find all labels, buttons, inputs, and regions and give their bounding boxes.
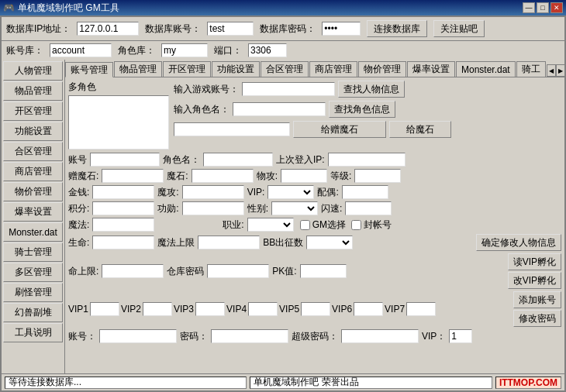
role-lib-input[interactable]: [161, 43, 208, 57]
tab-item[interactable]: 物品管理: [114, 61, 162, 77]
close-tieba-button[interactable]: 关注贴吧: [433, 20, 485, 37]
watermark-text: ITTMOP.COM: [499, 377, 557, 388]
bottom-account-input[interactable]: [99, 329, 177, 343]
hp-label: 生命:: [68, 236, 89, 249]
status-watermark: ITTMOP.COM: [495, 377, 561, 389]
give-stone-button[interactable]: 给魔石: [389, 121, 451, 138]
maximize-button[interactable]: □: [537, 2, 549, 13]
vip-row: VIP1 VIP2 VIP3 VIP4 VIP5 VIP6 VIP7 添加账号: [68, 291, 561, 327]
tab-openzone[interactable]: 开区管理: [163, 61, 211, 77]
magic-stone-val-input[interactable]: [192, 169, 254, 183]
warehouse-input[interactable]: [207, 264, 269, 278]
db-password-input[interactable]: [322, 22, 361, 36]
search-role-input[interactable]: [233, 102, 326, 116]
vip-bottom-input[interactable]: [449, 329, 472, 343]
confirm-modify-button[interactable]: 确定修改人物信息: [476, 234, 561, 251]
vip4-input[interactable]: [248, 302, 278, 316]
db-ip-label: 数据库IP地址：: [6, 22, 71, 36]
sidebar-item-item[interactable]: 物品管理: [3, 81, 63, 101]
sidebar-item-monster[interactable]: Monster.dat: [3, 222, 63, 242]
sidebar-item-price[interactable]: 物价管理: [3, 182, 63, 201]
vip-select[interactable]: 123: [267, 185, 314, 199]
search-account-input[interactable]: [242, 82, 335, 96]
merit-input[interactable]: [182, 201, 244, 215]
minimize-button[interactable]: —: [523, 2, 535, 13]
port-label: 端口：: [214, 44, 242, 57]
password-input[interactable]: [211, 329, 288, 343]
account-lib-input[interactable]: [50, 43, 112, 57]
vip6-input[interactable]: [354, 302, 383, 316]
score-input[interactable]: [92, 201, 154, 215]
read-vip-evolve-button[interactable]: 读VIP孵化: [508, 253, 561, 270]
sidebar-item-function[interactable]: 功能设置: [3, 122, 63, 141]
tab-extra[interactable]: 骑工: [516, 61, 546, 77]
tab-prev-button[interactable]: ◀: [547, 64, 556, 77]
tab-function[interactable]: 功能设置: [212, 61, 260, 77]
vip7-input[interactable]: [406, 302, 436, 316]
find-role-button[interactable]: 查找角色信息: [329, 101, 395, 118]
connect-db-button[interactable]: 连接数据库: [367, 20, 427, 37]
sidebar-item-open[interactable]: 开区管理: [3, 101, 63, 121]
vip1-input[interactable]: [90, 302, 119, 316]
sidebar-item-shop[interactable]: 商店管理: [3, 162, 63, 181]
tab-merge[interactable]: 合区管理: [261, 61, 309, 77]
account-role-row: 账号 角色名： 上次登入IP:: [68, 153, 561, 167]
pk-input[interactable]: [300, 264, 347, 278]
status-bar: 等待连接数据库... 单机魔域制作吧 荣誉出品 ITTMOP.COM: [2, 373, 564, 390]
phys-atk-input[interactable]: [281, 169, 327, 183]
sidebar-item-multizone[interactable]: 多区管理: [3, 263, 63, 282]
bb-exp-select[interactable]: [306, 236, 353, 249]
super-password-input[interactable]: [341, 329, 419, 343]
last-login-label: 上次登入IP:: [276, 153, 325, 167]
vip7-label: VIP7: [385, 304, 405, 315]
app-title: 单机魔域制作吧 GM工具: [18, 2, 119, 15]
sex-select[interactable]: 男女: [271, 201, 318, 215]
gold-input[interactable]: [92, 185, 154, 199]
tab-next-button[interactable]: ▶: [556, 64, 564, 77]
vip3-input[interactable]: [195, 302, 225, 316]
magic-max-input[interactable]: [198, 236, 260, 249]
role-name-input[interactable]: [203, 153, 273, 167]
flash-input[interactable]: [345, 201, 392, 215]
account-input[interactable]: [90, 153, 160, 167]
sidebar-item-merge[interactable]: 合区管理: [3, 142, 63, 161]
db-ip-input[interactable]: [77, 22, 139, 36]
gift-stone-val-input[interactable]: [102, 169, 164, 183]
vip5-input[interactable]: [301, 302, 330, 316]
port-input[interactable]: [248, 43, 287, 57]
add-account-button[interactable]: 添加账号: [513, 291, 561, 308]
sidebar-item-knight[interactable]: 骑士管理: [3, 242, 63, 262]
tab-drop[interactable]: 爆率设置: [407, 61, 455, 77]
level-label: 等级:: [330, 170, 351, 183]
gm-select-checkbox[interactable]: [300, 220, 310, 230]
sidebar-item-spawn[interactable]: 刷怪管理: [3, 283, 63, 302]
tab-account[interactable]: 账号管理: [65, 62, 113, 77]
magic-atk-input[interactable]: [182, 185, 244, 199]
tab-monster[interactable]: Monster.dat: [456, 61, 516, 77]
gift-stone-button[interactable]: 给赠魔石: [293, 121, 386, 138]
magic-input[interactable]: [92, 218, 154, 232]
db-account-input[interactable]: [207, 22, 254, 36]
close-button[interactable]: ✕: [550, 2, 563, 13]
sidebar-item-tools[interactable]: 工具说明: [3, 323, 63, 342]
job-select[interactable]: [247, 218, 294, 232]
max-hp-input[interactable]: [102, 264, 164, 278]
gift-stone-input[interactable]: [174, 122, 290, 136]
seal-checkbox[interactable]: [351, 220, 361, 230]
find-person-button[interactable]: 查找人物信息: [338, 81, 405, 98]
spouse-input[interactable]: [342, 185, 388, 199]
tab-price[interactable]: 物价管理: [358, 61, 406, 77]
vip2-input[interactable]: [143, 302, 172, 316]
sidebar-item-drop[interactable]: 爆率设置: [3, 202, 63, 222]
last-login-input[interactable]: [328, 153, 406, 167]
seal-label: 封帐号: [364, 218, 392, 232]
search-role-row: 输入角色名： 查找角色信息: [174, 101, 561, 118]
tab-shop[interactable]: 商店管理: [309, 61, 357, 77]
change-vip-evolve-button[interactable]: 改VIP孵化: [508, 272, 561, 289]
change-password-button[interactable]: 修改密码: [513, 310, 561, 327]
sidebar-item-pet[interactable]: 幻兽副堆: [3, 303, 63, 322]
sidebar-item-person[interactable]: 人物管理: [3, 61, 63, 81]
phys-atk-label: 物攻:: [257, 170, 278, 183]
hp-input[interactable]: [92, 236, 154, 249]
level-input[interactable]: [354, 169, 401, 183]
